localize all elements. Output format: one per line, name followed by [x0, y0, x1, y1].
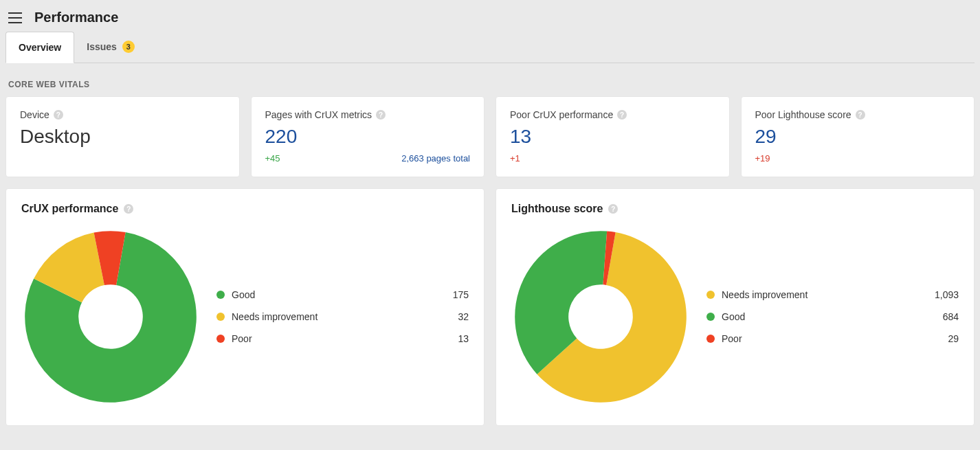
card-poor-lighthouse: Poor Lighthouse score ? 29 +19 — [741, 96, 975, 177]
legend-dot — [706, 335, 715, 343]
card-label-text: Poor Lighthouse score — [755, 109, 851, 120]
poor-crux-value[interactable]: 13 — [510, 126, 715, 148]
legend-row[interactable]: Good175 — [216, 284, 469, 306]
page-title: Performance — [34, 10, 118, 25]
legend-value: 29 — [948, 333, 959, 344]
card-label: Poor Lighthouse score ? — [755, 109, 961, 120]
card-label-text: Device — [20, 109, 49, 120]
legend-value: 175 — [453, 289, 469, 300]
help-icon[interactable]: ? — [376, 110, 386, 120]
legend-value: 684 — [943, 311, 959, 322]
tab-issues[interactable]: Issues 3 — [74, 31, 147, 63]
chart-card-crux: CrUX performance ? Good175Needs improvem… — [5, 188, 485, 426]
legend-value: 32 — [458, 311, 469, 322]
card-label: Pages with CrUX metrics ? — [265, 109, 471, 120]
poor-lighthouse-delta: +19 — [755, 153, 770, 164]
legend-label: Poor — [722, 333, 742, 344]
chart-legend: Needs improvement1,093Good684Poor29 — [706, 284, 959, 350]
legend-dot — [216, 313, 225, 321]
card-label-text: Pages with CrUX metrics — [265, 109, 372, 120]
legend-row[interactable]: Poor13 — [216, 328, 469, 350]
legend-row[interactable]: Poor29 — [706, 328, 959, 350]
legend-label: Needs improvement — [232, 311, 318, 322]
help-icon[interactable]: ? — [54, 110, 63, 120]
legend-dot — [216, 291, 225, 299]
menu-icon[interactable] — [8, 12, 22, 23]
legend-label: Good — [722, 311, 745, 322]
chart-title-text: Lighthouse score — [511, 203, 603, 215]
card-label-text: Poor CrUX performance — [510, 109, 613, 120]
tab-overview[interactable]: Overview — [5, 32, 74, 63]
chart-title-text: CrUX performance — [21, 203, 118, 215]
legend-label: Needs improvement — [722, 289, 808, 300]
help-icon[interactable]: ? — [856, 110, 865, 120]
donut-chart-crux — [21, 227, 200, 406]
device-value: Desktop — [20, 126, 225, 148]
tabs: Overview Issues 3 — [5, 31, 975, 63]
legend-dot — [706, 313, 715, 321]
legend-dot — [706, 291, 715, 299]
poor-crux-delta: +1 — [510, 153, 520, 164]
card-label: Poor CrUX performance ? — [510, 109, 715, 120]
card-device: Device ? Desktop — [5, 96, 240, 177]
help-icon[interactable]: ? — [617, 110, 627, 120]
chart-card-lighthouse: Lighthouse score ? Needs improvement1,09… — [495, 188, 975, 426]
legend-row[interactable]: Good684 — [706, 306, 959, 328]
legend-value: 13 — [458, 333, 469, 344]
donut-chart-lighthouse — [511, 227, 690, 406]
legend-label: Good — [232, 289, 255, 300]
tab-label: Overview — [19, 42, 61, 53]
chart-legend: Good175Needs improvement32Poor13 — [216, 284, 469, 350]
legend-row[interactable]: Needs improvement1,093 — [706, 284, 959, 306]
pages-crux-value[interactable]: 220 — [265, 126, 471, 148]
legend-row[interactable]: Needs improvement32 — [216, 306, 469, 328]
card-pages-crux: Pages with CrUX metrics ? 220 +45 2,663 … — [251, 96, 485, 177]
legend-dot — [216, 335, 225, 343]
legend-label: Poor — [232, 333, 252, 344]
app-header: Performance — [0, 0, 980, 31]
section-label-core-web-vitals: CORE WEB VITALS — [0, 63, 980, 96]
metrics-row: Device ? Desktop Pages with CrUX metrics… — [0, 96, 980, 177]
poor-lighthouse-value[interactable]: 29 — [755, 126, 961, 148]
help-icon[interactable]: ? — [124, 204, 133, 214]
issues-count-badge: 3 — [122, 41, 135, 53]
card-label: Device ? — [20, 109, 225, 120]
pages-total-link[interactable]: 2,663 pages total — [401, 153, 470, 164]
card-poor-crux: Poor CrUX performance ? 13 +1 — [495, 96, 730, 177]
legend-value: 1,093 — [935, 289, 959, 300]
charts-row: CrUX performance ? Good175Needs improvem… — [0, 177, 980, 431]
help-icon[interactable]: ? — [608, 204, 618, 214]
pages-crux-delta: +45 — [265, 153, 280, 164]
tab-label: Issues — [87, 41, 117, 52]
chart-title: Lighthouse score ? — [511, 203, 959, 215]
chart-title: CrUX performance ? — [21, 203, 469, 215]
